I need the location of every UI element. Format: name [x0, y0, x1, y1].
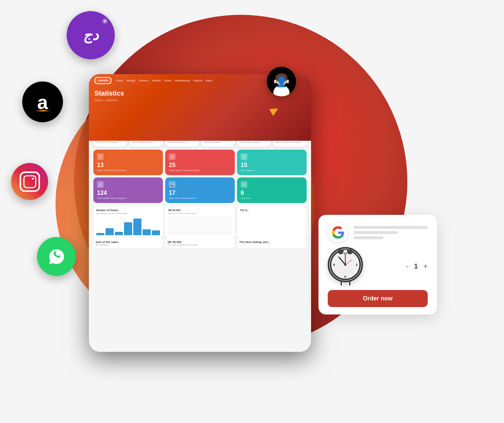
- svg-point-20: [347, 250, 353, 254]
- nav-import[interactable]: Import: [205, 79, 213, 82]
- categories-label: Total number Final Categories: [97, 197, 159, 199]
- svg-text:3: 3: [356, 263, 357, 267]
- qty-plus-button[interactable]: +: [423, 262, 428, 271]
- stat-orders-count-label: Total number Orders: [239, 141, 268, 144]
- svg-text:👤: 👤: [276, 76, 288, 88]
- stat-done-label: Total number Done Orders: [275, 141, 304, 144]
- tablet-device: LINKER Home Settings Products Variants O…: [89, 74, 311, 352]
- best-chart: The b...: [237, 206, 307, 238]
- instagram-dot: [32, 178, 34, 180]
- orders-chart: Number of Orders According to the days o…: [93, 206, 163, 238]
- stat-done-orders: ✓ 240 Total number Done Orders: [273, 141, 307, 147]
- bottom-value-3: The best selling vari...: [239, 240, 304, 244]
- bottom-chart-2: SR 30.453 The value of sales during a mo…: [165, 238, 235, 248]
- third-icon: ≡: [241, 153, 247, 160]
- charts-section: Number of Orders According to the days o…: [89, 203, 311, 238]
- stats-row: ≡ 45 Total number Products ◫ 32 Total nu…: [89, 141, 311, 147]
- tablet-content: ≡ 45 Total number Products ◫ 32 Total nu…: [89, 141, 311, 352]
- stat-sales-label: Total value Sales: [203, 141, 233, 144]
- clock-svg: 12 3 6 9: [330, 249, 361, 280]
- amazon-letter: a: [37, 93, 48, 112]
- nav-logo: LINKER: [94, 77, 111, 84]
- bottom-label-1: aily distribution: [96, 244, 161, 246]
- manufacturers-number: 17: [169, 190, 231, 196]
- sixth-icon: ◫: [241, 181, 247, 188]
- bar-4: [124, 222, 132, 235]
- sales-chart: SR 22.254 Number of orders within a week: [165, 206, 235, 238]
- rejected-orders-card: ✗ 13 Total number Rejected Orders: [93, 150, 163, 175]
- nav-settings[interactable]: Settings: [126, 79, 135, 82]
- nav-orders[interactable]: Orders: [164, 79, 172, 82]
- bottom-value-1: alue of the sales: [96, 240, 161, 244]
- cancelled-number: 25: [169, 162, 231, 169]
- breadcrumb: Home > Statistics: [94, 99, 306, 102]
- clock-face: 12 3 6 9: [328, 247, 363, 282]
- stat-products: ≡ 45 Total number Products: [93, 141, 127, 147]
- action-cards-row2: ◫ 124 Total number Final Categories 🏭 17…: [89, 175, 311, 203]
- instagram-icon: [11, 163, 48, 200]
- user-avatar-svg: 👤: [267, 67, 296, 96]
- sales-chart-area: [168, 217, 232, 235]
- manufacturers-icon: 🏭: [169, 181, 176, 188]
- sixth-label: Total num...: [241, 197, 303, 199]
- bottom-chart-3: The best selling vari...: [237, 238, 307, 248]
- cancelled-orders-card: ✗ 25 Total number Cancelled Orders: [165, 150, 235, 175]
- nav-reports[interactable]: Reports: [193, 79, 203, 82]
- nav-home[interactable]: Home: [116, 79, 123, 82]
- bottom-charts-row: alue of the sales aily distribution SR 3…: [89, 238, 311, 250]
- order-card-top: [328, 222, 428, 243]
- bar-2: [106, 228, 114, 235]
- cancelled-label: Total number Cancelled Orders: [169, 169, 231, 171]
- cancelled-icon: ✗: [169, 153, 176, 160]
- manufacturers-card: 🏭 17 Total number Manufacturers: [165, 177, 235, 203]
- rejected-icon: ✗: [97, 153, 104, 160]
- svg-rect-21: [344, 250, 347, 252]
- google-icon: [328, 222, 348, 243]
- stat-sales: 💹 47.457 Total value Sales: [201, 141, 235, 147]
- line-3: [354, 236, 383, 239]
- jazeel-star-icon: ✳: [101, 17, 108, 26]
- tablet-inner: LINKER Home Settings Products Variants O…: [89, 74, 311, 352]
- sales-value: SR 22.254: [168, 209, 232, 212]
- amazon-smile: [33, 110, 53, 111]
- manufacturers-label: Total number Manufacturers: [169, 197, 231, 199]
- orders-chart-subtitle: According to the days of the week: [96, 212, 160, 214]
- bottom-chart-1: alue of the sales aily distribution: [93, 238, 163, 248]
- nav-products[interactable]: Products: [138, 79, 149, 82]
- whatsapp-svg: [46, 246, 68, 268]
- bottom-label-2: The value of sales during a month: [167, 244, 233, 246]
- third-label: Total number L...: [241, 169, 303, 171]
- bar-1: [96, 233, 104, 235]
- third-card: ≡ 15 Total number L...: [237, 150, 307, 175]
- best-title: The b...: [240, 209, 304, 212]
- order-now-button[interactable]: Order now: [328, 290, 428, 307]
- nav-variants[interactable]: Variants: [151, 79, 161, 82]
- rejected-number: 13: [97, 162, 159, 169]
- google-svg: [331, 226, 345, 239]
- stat-products-label: Total number Products: [96, 141, 125, 144]
- jazeel-text: دج: [83, 27, 99, 43]
- svg-text:6: 6: [344, 275, 346, 279]
- amazon-icon: a: [22, 81, 63, 122]
- quantity-value: 1: [414, 263, 418, 270]
- instagram-inner: [23, 175, 36, 188]
- action-cards-row1: ✗ 13 Total number Rejected Orders ✗ 25 T…: [89, 147, 311, 175]
- line-1: [354, 226, 428, 229]
- qty-minus-button[interactable]: -: [406, 262, 409, 271]
- nav-marketplaces[interactable]: Marketplaces: [175, 79, 190, 82]
- categories-number: 124: [97, 190, 159, 196]
- clock-container: 12 3 6 9: [328, 247, 363, 286]
- sales-subtitle: Number of orders within a week: [168, 212, 232, 214]
- orders-chart-title: Number of Orders: [96, 209, 160, 212]
- sixth-number: 6: [241, 190, 303, 196]
- bottom-value-2: SR 30.453: [167, 240, 233, 244]
- third-number: 15: [241, 162, 303, 169]
- instagram-frame: [20, 171, 40, 192]
- bar-5: [133, 219, 141, 235]
- sixth-card: ◫ 6 Total num...: [237, 177, 307, 203]
- svg-point-19: [338, 250, 343, 254]
- whatsapp-icon: [37, 237, 76, 276]
- stat-variants-label: Total number Variants: [131, 141, 161, 144]
- bar-6: [143, 229, 151, 235]
- stat-orders-value-label: Total value Orders: [167, 141, 197, 144]
